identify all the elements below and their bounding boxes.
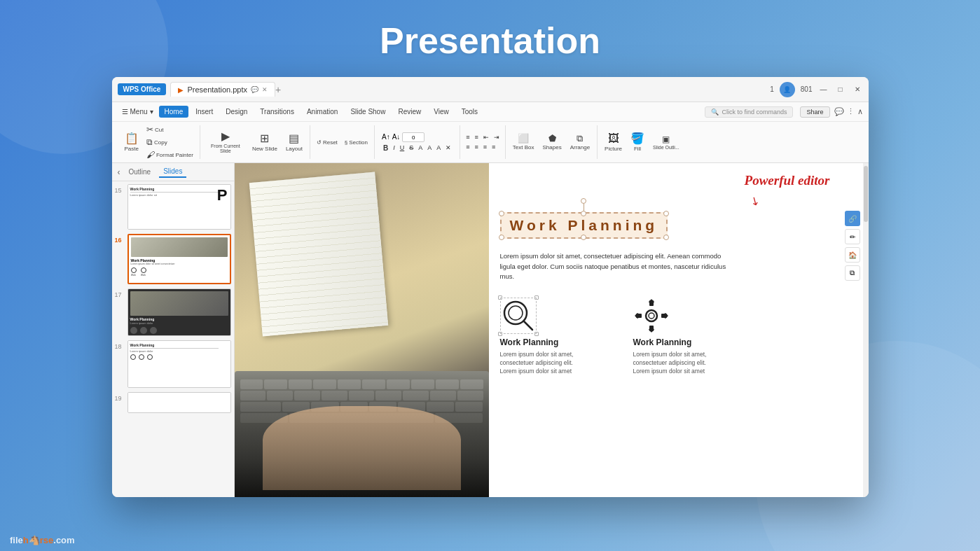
slide-outline-button[interactable]: ▣ Slide Outli...: [650, 134, 682, 151]
align-left-button[interactable]: ≡: [464, 143, 471, 151]
fill-button[interactable]: 🪣 Fill: [628, 132, 647, 153]
arrange-button[interactable]: ⧉ Arrange: [567, 132, 593, 152]
right-scrollbar[interactable]: [863, 163, 869, 497]
subscript-button[interactable]: A: [417, 144, 424, 152]
home-icon-btn[interactable]: 🏠: [845, 247, 860, 263]
new-tab-button[interactable]: +: [275, 84, 281, 95]
new-slide-button[interactable]: ⊞ New Slide: [249, 132, 280, 153]
tab-slideshow[interactable]: Slide Show: [345, 106, 391, 118]
wps-office-button[interactable]: WPS Office: [118, 83, 167, 95]
font-size-input[interactable]: 0: [402, 132, 425, 142]
panel-collapse-button[interactable]: ‹: [118, 167, 120, 177]
pptx-icon: ▶: [178, 86, 184, 94]
slide-item-19: 19: [115, 392, 231, 413]
font-increase-icon[interactable]: A↑: [382, 133, 390, 141]
title-bar: WPS Office ▶ Presentation.pptx 💬 ✕ + 1 👤…: [112, 77, 869, 102]
arrange-label: Arrange: [570, 144, 590, 151]
increase-indent-button[interactable]: ⇥: [492, 133, 501, 141]
search-icon: [500, 298, 537, 334]
tab-outline[interactable]: Outline: [125, 167, 156, 177]
minimize-button[interactable]: —: [818, 84, 829, 95]
dark-dot-1: [130, 327, 137, 334]
slide15-text: Lorem ipsum dolor sit: [130, 193, 228, 197]
link-icon-btn[interactable]: 🔗: [845, 211, 860, 226]
document-tab-label: Presentation.pptx: [187, 85, 247, 94]
tab-review[interactable]: Review: [392, 106, 427, 118]
tab-view[interactable]: View: [428, 106, 455, 118]
slide18-text: Lorem ipsum dolor: [130, 349, 228, 353]
ribbon-tabs-row: ☰ Menu ▾ Home Insert Design Transitions …: [112, 102, 869, 122]
tab-slides[interactable]: Slides: [159, 166, 186, 178]
bold-button[interactable]: B: [382, 144, 389, 153]
tab-design[interactable]: Design: [220, 106, 253, 118]
more-options-icon[interactable]: ⋮: [847, 107, 855, 116]
tab-home[interactable]: Home: [159, 106, 189, 118]
underline-button[interactable]: U: [399, 144, 406, 152]
user-avatar[interactable]: 👤: [780, 82, 795, 97]
icon-block-2: Work Planning Lorem ipsum dolor sit amet…: [633, 298, 724, 376]
from-current-slide-button[interactable]: ▶ From Current Slide: [205, 130, 247, 155]
slide17-photo: [130, 291, 228, 316]
align-right-button[interactable]: ≡: [482, 143, 488, 151]
menu-button[interactable]: ☰ Menu ▾: [118, 106, 158, 117]
sel-dot-tl: [498, 295, 502, 300]
format-painter-button[interactable]: 🖌 Format Painter: [144, 149, 195, 160]
book-pages: [249, 172, 387, 337]
command-search[interactable]: 🔍 Click to find commands: [705, 106, 793, 118]
justify-button[interactable]: ≡: [490, 143, 497, 151]
section-button[interactable]: § Section: [343, 139, 370, 146]
slide-item-17: 17 Work Planning Lorem ipsum dolor: [115, 288, 231, 336]
maximize-button[interactable]: □: [835, 84, 846, 95]
slide-thumb-17[interactable]: Work Planning Lorem ipsum dolor: [127, 288, 231, 336]
picture-button[interactable]: 🖼 Picture: [602, 132, 625, 153]
hands-overlay: [263, 406, 461, 490]
page-title: Presentation: [380, 20, 600, 62]
slide15-title: Work Planning: [130, 187, 228, 191]
slide-outline-icon: ▣: [662, 135, 670, 144]
font-decrease-icon[interactable]: A↓: [392, 133, 401, 141]
numbering-button[interactable]: ≡: [474, 133, 480, 141]
bullets-button[interactable]: ≡: [464, 133, 471, 141]
slide-thumb-19[interactable]: [127, 392, 231, 413]
align-center-button[interactable]: ≡: [474, 143, 480, 151]
strikethrough-button[interactable]: S: [408, 144, 415, 152]
ribbon-content: 📋 Paste ✂ Cut ⧉ Copy 🖌 Format Painter: [112, 122, 869, 162]
slide-thumb-15[interactable]: Work Planning Lorem ipsum dolor sit P: [127, 184, 231, 230]
tab-insert[interactable]: Insert: [190, 106, 219, 118]
slide-thumb-16[interactable]: Work Planning Lorem ipsum dolor sit amet…: [127, 234, 231, 284]
reset-button[interactable]: ↺ Reset: [315, 139, 340, 146]
tab-transitions[interactable]: Transitions: [254, 106, 300, 118]
tab-animation[interactable]: Animation: [301, 106, 343, 118]
slide-thumb-18[interactable]: Work Planning Lorem ipsum dolor: [127, 340, 231, 388]
collapse-ribbon-icon[interactable]: ∧: [857, 107, 863, 116]
paste-button[interactable]: 📋 Paste: [122, 132, 142, 153]
shapes-button[interactable]: ⬟ Shapes: [540, 132, 565, 152]
copy-button[interactable]: ⧉ Copy: [144, 137, 195, 148]
tab-close-icon[interactable]: ✕: [262, 86, 268, 93]
layout-button[interactable]: ▤ Layout: [283, 132, 305, 153]
panel-header: ‹ Outline Slides: [112, 163, 234, 181]
decrease-indent-button[interactable]: ⇤: [482, 133, 490, 141]
clipboard-items: ✂ Cut ⧉ Copy 🖌 Format Painter: [144, 124, 195, 160]
stack-icon-btn[interactable]: ⧉: [845, 265, 860, 281]
canvas-area: Powerful editor ↙: [235, 163, 869, 497]
superscript-button[interactable]: A: [426, 144, 433, 152]
clear-format-button[interactable]: ✕: [444, 144, 453, 152]
slide17-text: Lorem ipsum dolor: [130, 321, 228, 325]
text-box-button[interactable]: ⬜ Text Box: [510, 132, 537, 152]
text-box-selection[interactable]: Work Planning: [500, 212, 668, 239]
font-color-button[interactable]: A: [435, 144, 442, 152]
cut-button[interactable]: ✂ Cut: [144, 124, 195, 135]
share-button[interactable]: Share: [800, 106, 829, 118]
horse-text: h🐴rse: [23, 535, 53, 545]
comments-icon[interactable]: 💬: [834, 107, 844, 116]
search-icon: 🔍: [711, 109, 719, 116]
tab-tools[interactable]: Tools: [456, 106, 483, 118]
handle-tr: [663, 211, 669, 216]
italic-button[interactable]: I: [392, 144, 396, 152]
document-tab[interactable]: ▶ Presentation.pptx 💬 ✕: [170, 82, 275, 97]
slide18-icon1: [130, 354, 136, 360]
edit-icon-btn[interactable]: ✏: [845, 229, 860, 244]
close-button[interactable]: ✕: [852, 84, 863, 95]
slide16-text: Lorem ipsum dolor sit amet consectetuer: [131, 263, 228, 266]
